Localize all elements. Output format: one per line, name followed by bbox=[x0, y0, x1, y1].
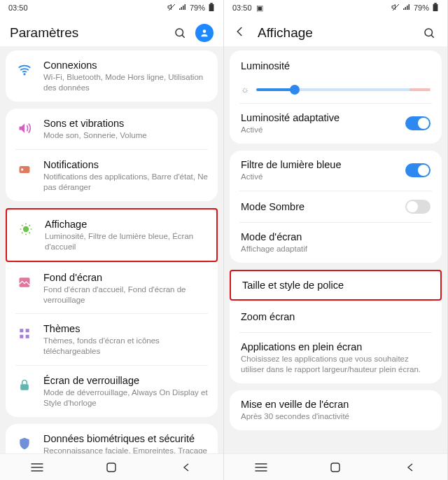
wallpaper-icon bbox=[15, 273, 34, 292]
row-subtitle: Mode son, Sonnerie, Volume bbox=[43, 130, 208, 141]
screen-zoom-row[interactable]: Zoom écran bbox=[230, 301, 442, 332]
themes-icon bbox=[15, 324, 34, 343]
display-screen: 03:50 ▣ 79% Affichage Luminosité ☼ bbox=[224, 0, 448, 480]
adaptive-brightness-toggle[interactable] bbox=[405, 116, 430, 130]
font-size-style-row[interactable]: Taille et style de police bbox=[230, 270, 442, 301]
page-title: Paramètres bbox=[10, 25, 167, 41]
row-subtitle: Thèmes, fonds d'écran et icônes téléchar… bbox=[43, 336, 208, 357]
header: Affichage bbox=[224, 15, 447, 46]
dark-mode-toggle[interactable] bbox=[405, 200, 430, 214]
settings-row-sons-et-vibrations[interactable]: Sons et vibrationsMode son, Sonnerie, Vo… bbox=[6, 109, 218, 149]
svg-rect-1 bbox=[210, 3, 212, 4]
blue-light-filter-row[interactable]: Filtre de lumière bleue Activé bbox=[230, 151, 442, 191]
row-subtitle: Mode de déverrouillage, Always On Displa… bbox=[43, 388, 208, 409]
row-subtitle: Luminosité, Filtre de lumière bleue, Écr… bbox=[45, 231, 206, 252]
dark-mode-row[interactable]: Mode Sombre bbox=[230, 191, 442, 222]
brightness-slider-row: ☼ bbox=[230, 81, 442, 103]
settings-row-notifications[interactable]: NotificationsNotifications des applicati… bbox=[6, 150, 218, 201]
lockscreen-icon bbox=[15, 376, 34, 395]
settings-row--cran-de-verrouillage[interactable]: Écran de verrouillageMode de déverrouill… bbox=[6, 366, 218, 417]
nav-recents[interactable] bbox=[247, 459, 275, 476]
brightness-label: Luminosité bbox=[230, 50, 442, 81]
nav-bar bbox=[224, 453, 447, 480]
profile-avatar[interactable] bbox=[195, 24, 214, 42]
display-icon bbox=[17, 220, 35, 238]
adaptive-brightness-row[interactable]: Luminosité adaptative Activé bbox=[230, 104, 442, 144]
status-time: 03:50 bbox=[232, 4, 252, 12]
biometrics-icon bbox=[15, 434, 34, 453]
battery-text: 79% bbox=[190, 4, 205, 12]
row-title: Écran de verrouillage bbox=[43, 375, 208, 386]
blue-light-filter-toggle[interactable] bbox=[405, 163, 430, 177]
search-button[interactable] bbox=[172, 25, 188, 41]
row-title: Sons et vibrations bbox=[43, 118, 208, 129]
notifications-icon bbox=[15, 160, 34, 179]
nav-home[interactable] bbox=[97, 459, 125, 476]
row-subtitle: Fond d'écran d'accueil, Fond d'écran de … bbox=[43, 284, 208, 306]
svg-rect-0 bbox=[209, 4, 214, 11]
nav-recents[interactable] bbox=[23, 459, 51, 476]
battery-icon bbox=[432, 3, 439, 13]
svg-rect-14 bbox=[331, 463, 340, 472]
row-subtitle: Wi-Fi, Bluetooth, Mode Hors ligne, Utili… bbox=[43, 72, 208, 93]
row-title: Connexions bbox=[43, 60, 208, 71]
page-title: Affichage bbox=[258, 25, 416, 41]
status-bar: 03:50 79% bbox=[0, 0, 223, 15]
header: Paramètres bbox=[0, 15, 223, 46]
mute-icon bbox=[167, 3, 176, 13]
sound-icon bbox=[15, 119, 34, 137]
settings-screen: 03:50 79% Paramètres ConnexionsWi-Fi, Bl… bbox=[0, 0, 224, 480]
nav-bar bbox=[0, 453, 223, 480]
svg-rect-10 bbox=[107, 463, 115, 472]
status-bar: 03:50 ▣ 79% bbox=[224, 0, 447, 15]
row-title: Fond d'écran bbox=[43, 272, 208, 283]
wifi-icon bbox=[15, 61, 34, 79]
screen-timeout-row[interactable]: Mise en veille de l'écran Après 30 secon… bbox=[230, 390, 442, 430]
settings-row-donn-es-biom-triques-et-s-curit-[interactable]: Données biométriques et sécuritéReconnai… bbox=[6, 424, 218, 453]
settings-row-fond-d-cran[interactable]: Fond d'écranFond d'écran d'accueil, Fond… bbox=[6, 263, 218, 314]
svg-point-7 bbox=[24, 226, 29, 231]
svg-point-4 bbox=[24, 74, 25, 75]
svg-point-6 bbox=[21, 168, 23, 170]
battery-icon bbox=[208, 3, 215, 13]
settings-row-th-mes[interactable]: ThèmesThèmes, fonds d'écran et icônes té… bbox=[6, 314, 218, 365]
status-time: 03:50 bbox=[8, 4, 167, 12]
svg-point-13 bbox=[425, 29, 433, 36]
screenshot-icon: ▣ bbox=[256, 4, 263, 12]
row-subtitle: Notifications des applications, Barre d'… bbox=[43, 172, 208, 193]
svg-point-3 bbox=[203, 29, 206, 33]
battery-text: 79% bbox=[414, 4, 429, 12]
mute-icon bbox=[391, 3, 400, 13]
svg-point-2 bbox=[176, 29, 183, 36]
settings-row-affichage[interactable]: AffichageLuminosité, Filtre de lumière b… bbox=[6, 208, 218, 262]
nav-back[interactable] bbox=[396, 459, 424, 476]
display-settings-list: Luminosité ☼ Luminosité adaptative Activ… bbox=[224, 46, 447, 453]
row-title: Notifications bbox=[43, 159, 208, 170]
search-button[interactable] bbox=[421, 25, 438, 41]
signal-icon bbox=[402, 3, 411, 13]
nav-home[interactable] bbox=[321, 459, 349, 476]
svg-rect-5 bbox=[20, 166, 30, 173]
brightness-low-icon: ☼ bbox=[241, 84, 249, 95]
row-subtitle: Reconnaissance faciale, Empreintes, Traç… bbox=[43, 446, 208, 453]
row-title: Thèmes bbox=[43, 323, 208, 334]
screen-mode-row[interactable]: Mode d'écran Affichage adaptatif bbox=[230, 223, 442, 263]
nav-back[interactable] bbox=[172, 459, 200, 476]
row-title: Données biométriques et sécurité bbox=[43, 433, 208, 444]
settings-list: ConnexionsWi-Fi, Bluetooth, Mode Hors li… bbox=[0, 46, 223, 453]
svg-rect-9 bbox=[20, 385, 29, 390]
brightness-slider[interactable] bbox=[256, 88, 430, 91]
settings-row-connexions[interactable]: ConnexionsWi-Fi, Bluetooth, Mode Hors li… bbox=[6, 50, 218, 102]
back-button[interactable] bbox=[234, 25, 251, 41]
signal-icon bbox=[178, 3, 187, 13]
fullscreen-apps-row[interactable]: Applications en plein écran Choisissez l… bbox=[230, 333, 442, 383]
svg-rect-11 bbox=[433, 4, 438, 11]
row-title: Affichage bbox=[45, 219, 206, 230]
svg-rect-12 bbox=[434, 3, 436, 4]
